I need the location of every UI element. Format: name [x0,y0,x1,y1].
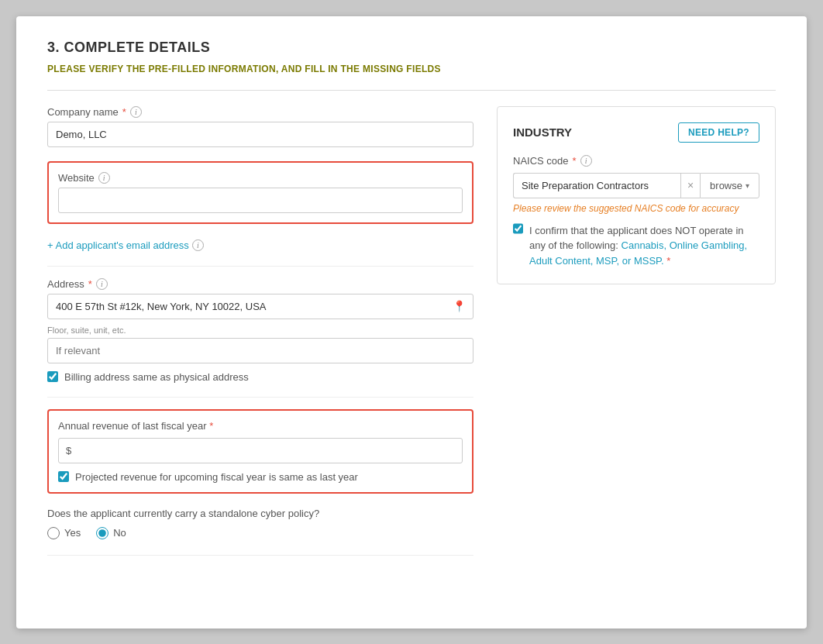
content-layout: Company name * i Website i + Add applica… [47,106,776,567]
section-title: 3. COMPLETE DETAILS [47,40,776,56]
confirm-checkbox-row: I confirm that the applicant does NOT op… [513,223,759,269]
right-column: INDUSTRY NEED HELP? NAICS code * i × bro… [497,106,776,567]
industry-panel: INDUSTRY NEED HELP? NAICS code * i × bro… [497,106,776,285]
website-label: Website i [58,172,463,184]
projected-revenue-row: Projected revenue for upcoming fiscal ye… [58,471,463,483]
projected-revenue-label: Projected revenue for upcoming fiscal ye… [75,471,358,483]
address-group: Address * i 📍 Floor, suite, unit, etc. B… [47,278,473,383]
browse-button[interactable]: browse ▾ [700,173,759,198]
cyber-policy-section: Does the applicant currently carry a sta… [47,508,473,539]
revenue-required: * [209,420,213,432]
address-info-icon[interactable]: i [96,278,108,290]
floor-input[interactable] [47,338,473,363]
revenue-input[interactable] [58,438,463,463]
naics-input-row: × browse ▾ [513,173,759,198]
add-email-info-icon[interactable]: i [192,239,204,251]
address-label: Address * i [47,278,473,290]
add-email-group: + Add applicant's email address i [47,238,473,252]
subtitle: PLEASE VERIFY THE PRE-FILLED INFORMATION… [47,64,776,74]
cyber-policy-no-option[interactable]: No [96,527,126,539]
cyber-policy-radio-group: Yes No [47,527,473,539]
company-name-input[interactable] [47,122,473,147]
location-icon: 📍 [453,300,466,312]
company-name-group: Company name * i [47,106,473,147]
naics-input[interactable] [513,173,680,198]
revenue-label: Annual revenue of last fiscal year * [58,420,463,432]
naics-info-icon[interactable]: i [580,155,592,167]
company-name-required: * [122,106,126,118]
naics-suggestion: Please review the suggested NAICS code f… [513,203,759,214]
need-help-button[interactable]: NEED HELP? [678,122,759,143]
industry-title: INDUSTRY [513,126,572,139]
industry-header: INDUSTRY NEED HELP? [513,122,759,143]
left-column: Company name * i Website i + Add applica… [47,106,473,567]
cyber-policy-yes-option[interactable]: Yes [47,527,81,539]
revenue-divider [47,397,473,398]
naics-required: * [573,155,577,167]
projected-revenue-checkbox[interactable] [58,471,69,482]
cyber-policy-no-radio[interactable] [96,527,108,539]
naics-label: NAICS code * i [513,155,759,167]
cyber-policy-yes-radio[interactable] [47,527,60,539]
address-required: * [88,278,92,290]
header-divider [47,90,776,91]
cyber-policy-question: Does the applicant currently carry a sta… [47,508,473,519]
dollar-sign: $ [66,445,71,456]
address-input[interactable] [47,294,473,319]
billing-same-row: Billing address same as physical address [47,371,473,383]
website-section: Website i [47,161,473,224]
company-name-info-icon[interactable]: i [130,106,142,118]
add-email-link[interactable]: + Add applicant's email address i [47,239,204,251]
address-divider [47,266,473,267]
naics-clear-button[interactable]: × [680,173,700,198]
floor-label: Floor, suite, unit, etc. [47,325,473,335]
company-name-label: Company name * i [47,106,473,118]
page-container: 3. COMPLETE DETAILS PLEASE VERIFY THE PR… [16,16,807,629]
dollar-input-wrapper: $ [58,438,463,463]
confirm-checkbox[interactable] [513,223,523,234]
confirm-label: I confirm that the applicant does NOT op… [529,223,759,269]
naics-clear-icon: × [687,179,694,191]
bottom-divider [47,555,473,556]
billing-same-label: Billing address same as physical address [64,371,249,383]
address-input-wrapper: 📍 [47,294,473,319]
billing-same-checkbox[interactable] [47,371,58,382]
chevron-down-icon: ▾ [746,181,749,190]
website-input[interactable] [58,188,463,213]
website-info-icon[interactable]: i [98,172,110,184]
revenue-section: Annual revenue of last fiscal year * $ P… [47,409,473,494]
